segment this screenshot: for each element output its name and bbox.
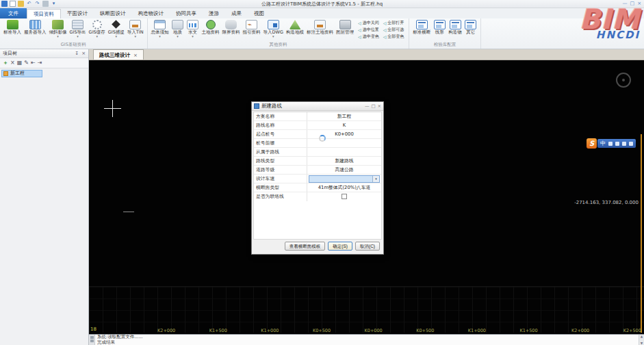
btn-terrain-model[interactable]: 构造地模 [285, 20, 305, 35]
hydrology-icon [187, 20, 198, 29]
ime-toolbar[interactable]: S 中 [587, 138, 636, 149]
scheme-name-value[interactable]: 新工程 [307, 112, 381, 120]
btn-alignment[interactable]: 线形 [432, 20, 447, 35]
tab-profile-design[interactable]: 纵断面设计 [94, 9, 132, 18]
ime-keyboard-icon[interactable] [622, 142, 626, 146]
ime-settings-icon[interactable] [629, 142, 633, 146]
btn-geology[interactable]: 地质 ▾ [170, 20, 185, 38]
tree-item-new-project[interactable]: 新工程 [1, 70, 42, 77]
scroll-up-icon[interactable]: ▲ [641, 335, 643, 338]
station-label: K2+500 [623, 328, 641, 333]
delete-icon[interactable]: × [10, 60, 15, 66]
command-line: 完成结果 [97, 340, 636, 345]
tab-plane-design[interactable]: 平面设计 [61, 9, 94, 18]
group-label-other-data: 其他资料 [150, 41, 407, 49]
btn-guide-data[interactable]: 指引资料 [242, 20, 262, 35]
add-icon[interactable]: ＋ [3, 60, 8, 66]
standard-import-icon [7, 20, 18, 29]
road-grade-value[interactable]: 高速公路 [307, 166, 381, 174]
dropdown-arrow-icon: ▾ [192, 35, 194, 38]
cursor-coordinates: -2714.163, 337.082, 0.000 [574, 200, 639, 205]
collapse-icon[interactable]: ⇤ [31, 60, 36, 66]
btn-standard-cross-section[interactable]: 标准横断 [411, 20, 432, 35]
station-label: K1+500 [519, 328, 537, 333]
toggle-selected-position[interactable]: ◁ 选中位置 [358, 27, 379, 33]
tab-file[interactable]: 文件 [0, 8, 27, 18]
toggle-selected-color[interactable]: ◁ 选中变色 [358, 34, 379, 40]
edit-icon[interactable]: ✎ [24, 60, 29, 66]
btn-oblique-imagery[interactable]: 倾斜影像 ▾ [48, 20, 68, 38]
close-icon[interactable]: × [637, 1, 641, 7]
btn-hydrology[interactable]: 水文 ▾ [185, 20, 201, 38]
btn-gis-cache[interactable]: GIS缓存 ▾ [88, 20, 107, 38]
annotate-land-data-icon [314, 20, 326, 29]
row-design-speed: 设计车速 ▾ [254, 175, 381, 183]
btn-standard-import[interactable]: 标准导入 [2, 20, 23, 35]
command-output[interactable]: 系统:读取配置文件...... 完成结果 [95, 335, 639, 345]
ime-logo-icon[interactable]: S [587, 138, 597, 149]
design-speed-combo[interactable]: ▾ [309, 175, 380, 183]
station-prefix-value[interactable] [307, 139, 381, 147]
maximize-icon[interactable]: □ [630, 1, 635, 7]
row-parent-route: 从属于路线 [254, 148, 381, 157]
dropdown-arrow-icon: ▾ [159, 35, 161, 38]
cross-section-type-value[interactable]: 41m整体式(20%)八车道 [307, 183, 381, 192]
connector-line-checkbox[interactable] [342, 194, 347, 199]
btn-layer-manager[interactable]: 图层管理 [335, 20, 355, 35]
tab-collaboration[interactable]: 协同共享 [170, 9, 203, 18]
drawing-canvas[interactable]: -2714.163, 337.082, 0.000 18 K2+000 K1+5… [89, 60, 644, 334]
dialog-close-icon[interactable]: × [378, 103, 381, 110]
toggle-selected-close[interactable]: ◁ 选中关闭 [358, 20, 379, 26]
btn-boundary-data[interactable]: 限界资料 [221, 20, 242, 35]
scroll-down-icon[interactable]: ▼ [641, 342, 643, 345]
command-scrollbar[interactable]: ▲ ▼ [639, 335, 644, 345]
dropdown-arrow-icon: ▾ [96, 35, 98, 38]
btn-structure[interactable]: 构造物 [447, 20, 463, 35]
tab-results[interactable]: 成果 [225, 9, 248, 18]
parent-route-value[interactable] [307, 148, 381, 156]
dialog-minimize-icon[interactable]: — [365, 103, 370, 110]
ok-button[interactable]: 确定(S) [328, 242, 352, 251]
btn-gis-export[interactable]: GIS导出 ▾ [68, 20, 88, 38]
toggle-all-selectable[interactable]: ◁ 全部可选 [383, 27, 404, 33]
tab-project-data[interactable]: 项目资料 [27, 9, 61, 18]
dialog-maximize-icon[interactable]: □ [371, 103, 375, 110]
oblique-imagery-icon [52, 20, 64, 29]
cancel-button[interactable]: 取消(C) [355, 242, 380, 251]
view-compass-icon[interactable] [616, 73, 631, 88]
btn-import-tin[interactable]: 导入TIN ▾ [126, 20, 145, 38]
document-tab-bar: 路线三维设计 × [89, 49, 644, 60]
btn-import-dwg[interactable]: 导入DWG ▾ [262, 20, 285, 38]
pin-icon[interactable]: ↧ [75, 51, 79, 56]
ime-punctuation-icon[interactable] [608, 142, 613, 146]
btn-general-info[interactable]: 总体须知 ▾ [150, 20, 170, 38]
table-icon[interactable]: ▦ [17, 60, 23, 66]
minimize-icon[interactable]: — [623, 1, 628, 7]
btn-annotate-land-data[interactable]: 标注土地资料 [305, 20, 335, 35]
panel-close-icon[interactable]: × [81, 51, 86, 56]
btn-gis-snap[interactable]: GIS捕捉 ▾ [107, 20, 126, 38]
route-type-value[interactable]: 新建路线 [307, 157, 381, 165]
btn-other[interactable]: 其它 [463, 20, 478, 35]
btn-server-import[interactable]: 服务器导入 [23, 20, 48, 35]
tab-view[interactable]: 视图 [248, 9, 270, 18]
dialog-footer: 查看横断面模板 确定(S) 取消(C) [252, 240, 383, 254]
tab-roam[interactable]: 漫游 [203, 9, 225, 18]
ime-emoji-icon[interactable] [615, 142, 619, 146]
expand-icon[interactable]: ⇥ [38, 60, 42, 66]
toggle-all-color[interactable]: ◁ 全部变色 [383, 34, 404, 40]
btn-land-data[interactable]: 土地资料 [201, 20, 221, 35]
ime-mode-indicator[interactable]: 中 [600, 140, 606, 148]
combo-dropdown-icon[interactable]: ▾ [372, 176, 379, 182]
route-name-value[interactable]: K [307, 121, 381, 129]
doc-tab-route-3d-design[interactable]: 路线三维设计 × [93, 49, 144, 60]
tab-close-icon[interactable]: × [133, 53, 138, 58]
new-route-dialog: 新建路线 — □ × 方案名称 新工程 路线名称 K 起点桩号 K [251, 101, 384, 255]
command-line: 系统:读取配置文件...... [97, 335, 636, 340]
view-cross-section-template-button[interactable]: 查看横断面模板 [285, 242, 326, 251]
dialog-title-bar[interactable]: 新建路线 — □ × [252, 102, 383, 111]
tab-structure-design[interactable]: 构造物设计 [132, 9, 170, 18]
project-tree: 新工程 [0, 68, 88, 79]
toggle-all-open[interactable]: ◁ 全部打开 [383, 20, 404, 26]
ime-bar: 中 [597, 139, 636, 148]
